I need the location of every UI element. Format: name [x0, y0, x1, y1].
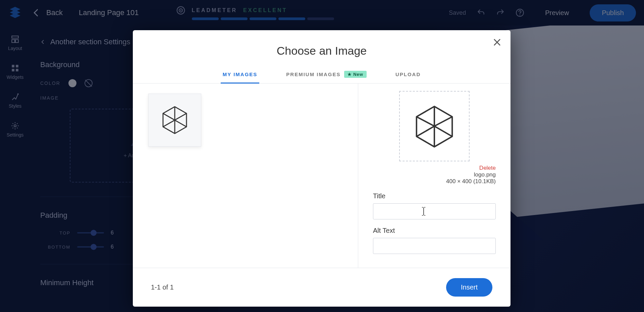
- gallery-thumbnail[interactable]: [148, 94, 201, 147]
- new-badge: ★ New: [344, 71, 367, 78]
- modal-footer: 1-1 of 1 Insert: [133, 268, 511, 307]
- image-preview: [399, 91, 470, 161]
- modal-body: Delete logo.png 400 × 400 (10.1KB) Title…: [133, 84, 511, 268]
- title-input[interactable]: [373, 203, 496, 219]
- delete-image-link[interactable]: Delete: [373, 165, 496, 171]
- image-dimensions: 400 × 400 (10.1KB): [373, 178, 496, 185]
- alt-field-label: Alt Text: [373, 227, 496, 235]
- pagination-text: 1-1 of 1: [151, 283, 174, 291]
- cube-icon: [411, 103, 458, 150]
- insert-button[interactable]: Insert: [446, 278, 492, 297]
- tab-upload[interactable]: UPLOAD: [393, 67, 423, 83]
- modal-tabs: MY IMAGES PREMIUM IMAGES ★ New UPLOAD: [133, 67, 511, 84]
- close-icon[interactable]: [492, 38, 502, 47]
- image-gallery: [133, 84, 358, 268]
- tab-label: UPLOAD: [395, 71, 421, 77]
- modal-title: Choose an Image: [133, 30, 511, 67]
- alt-text-input[interactable]: [373, 238, 496, 254]
- image-filename: logo.png: [373, 171, 496, 178]
- title-field-label: Title: [373, 192, 496, 200]
- tab-premium-images[interactable]: PREMIUM IMAGES ★ New: [284, 67, 369, 83]
- cube-icon: [158, 103, 192, 137]
- image-detail-pane: Delete logo.png 400 × 400 (10.1KB) Title…: [358, 84, 511, 268]
- choose-image-modal: Choose an Image MY IMAGES PREMIUM IMAGES…: [133, 30, 511, 307]
- image-meta: Delete logo.png 400 × 400 (10.1KB): [373, 165, 496, 185]
- tab-my-images[interactable]: MY IMAGES: [221, 67, 260, 83]
- tab-label: PREMIUM IMAGES: [286, 71, 340, 77]
- tab-label: MY IMAGES: [223, 71, 258, 77]
